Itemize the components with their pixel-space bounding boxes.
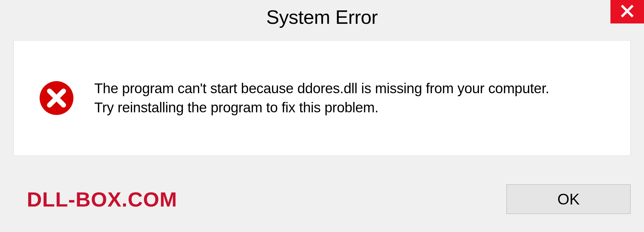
ok-button[interactable]: OK (506, 184, 631, 214)
close-button[interactable] (610, 0, 644, 23)
error-icon (39, 80, 74, 116)
ok-button-label: OK (557, 190, 580, 208)
message-line-1: The program can't start because ddores.d… (94, 79, 549, 98)
title-bar: System Error (0, 0, 644, 34)
message-line-2: Try reinstalling the program to fix this… (94, 98, 549, 117)
message-panel: The program can't start because ddores.d… (13, 40, 631, 156)
footer-bar: DLL-BOX.COM OK (13, 179, 631, 219)
close-icon (621, 4, 634, 19)
watermark-text: DLL-BOX.COM (27, 187, 177, 211)
message-text-block: The program can't start because ddores.d… (94, 79, 549, 117)
dialog-title: System Error (266, 6, 378, 28)
